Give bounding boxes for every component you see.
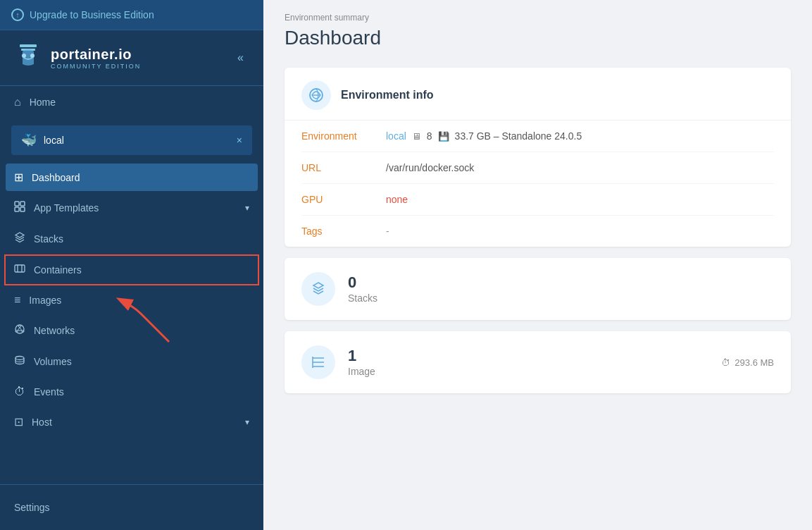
logo-name: portainer.io — [51, 47, 141, 63]
volumes-label: Volumes — [34, 356, 249, 367]
events-icon: ⏱ — [14, 386, 25, 398]
env-value: local 🖥 8 💾 33.7 GB – Standalone 24.0.5 — [386, 130, 582, 142]
cpu-icon: 🖥 — [412, 131, 421, 142]
images-count: 1 — [348, 348, 721, 364]
breadcrumb: Environment summary — [285, 13, 791, 23]
sidebar-item-containers[interactable]: Containers — [6, 256, 258, 284]
collapse-button[interactable]: « — [232, 49, 249, 67]
images-icon: ≡ — [14, 294, 20, 307]
svg-rect-7 — [20, 207, 25, 211]
env-cpu: 8 — [427, 130, 432, 142]
logo-content: portainer.io COMMUNITY EDITION — [14, 42, 141, 74]
host-arrow: ▾ — [245, 417, 249, 427]
env-info-title: Environment info — [341, 89, 434, 101]
logo-area: portainer.io COMMUNITY EDITION « — [0, 30, 263, 86]
svg-point-2 — [22, 54, 26, 58]
svg-line-16 — [20, 328, 22, 331]
info-row-url: URL /var/run/docker.sock — [301, 152, 774, 184]
images-stat[interactable]: 1 Image ⏱ 293.6 MB — [285, 331, 791, 393]
env-meta: 33.7 GB – Standalone 24.0.5 — [455, 130, 582, 142]
stacks-label: Stacks — [348, 292, 774, 304]
sidebar-item-images[interactable]: ≡ Images — [0, 285, 263, 315]
svg-point-12 — [19, 326, 21, 328]
sidebar-item-networks[interactable]: Networks — [0, 315, 263, 346]
containers-label: Containers — [34, 264, 249, 276]
stacks-count: 0 — [348, 275, 774, 290]
home-label: Home — [30, 97, 56, 108]
main-content: Environment summary Dashboard Environmen… — [263, 0, 812, 530]
info-rows: Environment local 🖥 8 💾 33.7 GB – Standa… — [285, 121, 791, 247]
upgrade-label: Upgrade to Business Edition — [30, 9, 154, 20]
env-info-icon — [301, 80, 331, 110]
svg-rect-5 — [20, 202, 25, 206]
host-label: Host — [32, 417, 237, 428]
docker-icon: 🐳 — [21, 132, 37, 148]
stacks-icon — [14, 232, 25, 246]
sidebar-item-volumes[interactable]: Volumes — [0, 346, 263, 377]
logo-text: portainer.io COMMUNITY EDITION — [51, 47, 141, 70]
env-close-button[interactable]: × — [237, 135, 242, 146]
svg-rect-4 — [15, 202, 19, 206]
env-section: 🐳 local × — [0, 118, 263, 162]
mem-icon: 💾 — [438, 131, 449, 142]
svg-rect-6 — [15, 207, 19, 211]
svg-point-18 — [15, 357, 24, 360]
url-value: /var/run/docker.sock — [386, 162, 474, 173]
sidebar-item-settings[interactable]: Settings — [14, 495, 249, 520]
stacks-stat-text: 0 Stacks — [348, 275, 774, 304]
upgrade-banner[interactable]: ↑ Upgrade to Business Edition — [0, 0, 263, 30]
sidebar-item-dashboard[interactable]: ⊞ Dashboard — [6, 164, 258, 191]
page-title: Dashboard — [285, 27, 791, 49]
dashboard-icon: ⊞ — [14, 171, 23, 184]
app-templates-icon — [14, 201, 25, 215]
clock-icon: ⏱ — [721, 357, 730, 368]
host-icon: ⊡ — [14, 415, 23, 429]
svg-point-3 — [30, 54, 35, 58]
env-name: local — [44, 135, 64, 146]
networks-icon — [14, 323, 25, 338]
nav-scroll: ⌂ Home 🐳 local × ⊞ Dashboard — [0, 86, 263, 484]
sidebar: ↑ Upgrade to Business Edition portainer.… — [0, 0, 263, 530]
upgrade-icon: ↑ — [11, 8, 24, 21]
main-header: Environment summary Dashboard — [263, 0, 812, 56]
sidebar-item-events[interactable]: ⏱ Events — [0, 377, 263, 407]
images-stat-card[interactable]: 1 Image ⏱ 293.6 MB — [285, 331, 791, 393]
sidebar-item-home[interactable]: ⌂ Home — [0, 86, 263, 118]
volumes-icon — [14, 355, 25, 369]
stacks-stat-card[interactable]: 0 Stacks — [285, 258, 791, 320]
stacks-stat-icon — [301, 272, 335, 306]
networks-label: Networks — [34, 325, 249, 336]
stacks-stat[interactable]: 0 Stacks — [285, 258, 791, 320]
home-icon: ⌂ — [14, 96, 21, 109]
images-stat-icon — [301, 345, 335, 379]
dashboard-label: Dashboard — [32, 172, 249, 183]
info-row-environment: Environment local 🖥 8 💾 33.7 GB – Standa… — [301, 121, 774, 152]
sidebar-item-app-templates[interactable]: App Templates ▾ — [0, 192, 263, 223]
images-label: Image — [348, 366, 721, 377]
url-label: URL — [301, 162, 386, 173]
images-size: 293.6 MB — [735, 357, 774, 368]
portainer-logo-icon — [14, 42, 42, 74]
containers-icon — [14, 263, 25, 277]
images-meta: ⏱ 293.6 MB — [721, 357, 774, 368]
info-row-gpu: GPU none — [301, 184, 774, 216]
sidebar-item-host[interactable]: ⊡ Host ▾ — [0, 407, 263, 437]
stacks-label: Stacks — [34, 233, 249, 245]
events-label: Events — [34, 386, 249, 398]
env-info-card: Environment info Environment local 🖥 8 💾… — [285, 68, 791, 247]
sidebar-item-stacks[interactable]: Stacks — [0, 223, 263, 254]
images-stat-text: 1 Image — [348, 348, 721, 377]
env-info-header: Environment info — [285, 68, 791, 121]
settings-label: Settings — [14, 502, 249, 513]
svg-line-15 — [18, 328, 20, 331]
sidebar-bottom: Settings — [0, 484, 263, 530]
env-header: 🐳 local × — [11, 125, 252, 155]
env-value-name: local — [386, 130, 406, 142]
svg-rect-0 — [20, 44, 37, 47]
main-scroll-area: Environment info Environment local 🖥 8 💾… — [263, 56, 812, 530]
gpu-label: GPU — [301, 194, 386, 205]
logo-edition: COMMUNITY EDITION — [51, 63, 141, 70]
tags-label: Tags — [301, 226, 386, 237]
images-label: Images — [29, 295, 249, 306]
app-templates-label: App Templates — [34, 202, 237, 214]
